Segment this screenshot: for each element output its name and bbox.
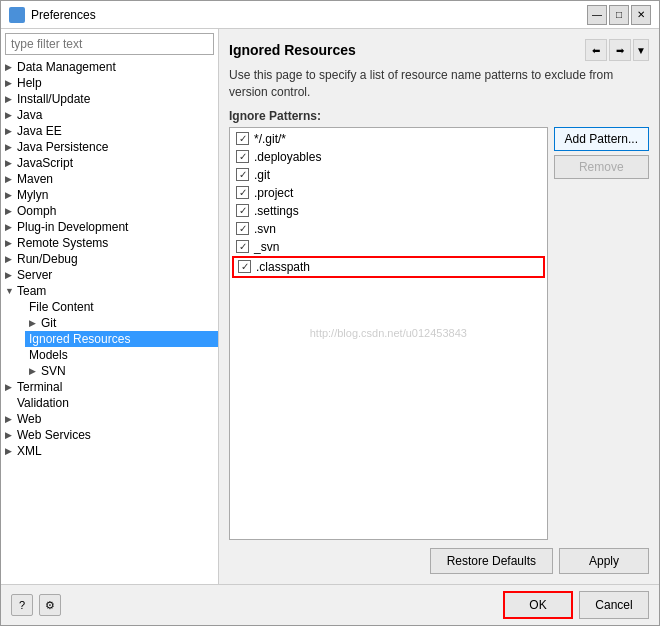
sidebar-item-label: Server [17,268,214,282]
sidebar-item-data-management[interactable]: ▶ Data Management [1,59,218,75]
sidebar-item-svn[interactable]: ▶ SVN [25,363,218,379]
pattern-checkbox[interactable] [236,186,249,199]
list-item[interactable]: .git [232,166,545,184]
pattern-checkbox[interactable] [236,132,249,145]
panel-description: Use this page to specify a list of resou… [229,67,649,101]
ok-button[interactable]: OK [503,591,573,619]
sidebar-item-label: Help [17,76,214,90]
footer-icons: ? ⚙ [11,594,61,616]
pattern-checkbox[interactable] [238,260,251,273]
sidebar-item-mylyn[interactable]: ▶ Mylyn [1,187,218,203]
close-button[interactable]: ✕ [631,5,651,25]
remove-button[interactable]: Remove [554,155,649,179]
ok-cancel-buttons: OK Cancel [503,591,649,619]
pattern-text: .svn [254,222,276,236]
expand-icon: ▶ [5,62,17,72]
add-pattern-button[interactable]: Add Pattern... [554,127,649,151]
sidebar-item-web[interactable]: ▶ Web [1,411,218,427]
title-bar: Preferences — □ ✕ [1,1,659,29]
nav-forward-button[interactable]: ➡ [609,39,631,61]
sidebar-item-file-content[interactable]: File Content [25,299,218,315]
sidebar-item-label: Maven [17,172,214,186]
sidebar-item-git[interactable]: ▶ Git [25,315,218,331]
nav-back-button[interactable]: ⬅ [585,39,607,61]
list-item[interactable]: _svn [232,238,545,256]
expand-icon: ▶ [5,382,17,392]
sidebar-item-plug-in-development[interactable]: ▶ Plug-in Development [1,219,218,235]
patterns-list[interactable]: */.git/*.deployables.git.project.setting… [229,127,548,540]
expand-icon: ▶ [5,126,17,136]
sidebar-item-run-debug[interactable]: ▶ Run/Debug [1,251,218,267]
sidebar-item-oomph[interactable]: ▶ Oomph [1,203,218,219]
expand-icon: ▶ [5,238,17,248]
pattern-text: _svn [254,240,279,254]
patterns-label: Ignore Patterns: [229,109,649,123]
sidebar-item-label: Java [17,108,214,122]
sidebar-item-remote-systems[interactable]: ▶ Remote Systems [1,235,218,251]
minimize-button[interactable]: — [587,5,607,25]
sidebar-item-java-persistence[interactable]: ▶ Java Persistence [1,139,218,155]
sidebar-item-javascript[interactable]: ▶ JavaScript [1,155,218,171]
expand-icon: ▶ [5,414,17,424]
expand-icon [5,398,17,408]
filter-input[interactable] [5,33,214,55]
sidebar-item-label: Ignored Resources [29,332,214,346]
sidebar-item-java-ee[interactable]: ▶ Java EE [1,123,218,139]
sidebar-item-label: Web [17,412,214,426]
pattern-checkbox[interactable] [236,240,249,253]
expand-icon: ▶ [5,190,17,200]
cancel-button[interactable]: Cancel [579,591,649,619]
sidebar-item-java[interactable]: ▶ Java [1,107,218,123]
pattern-text: */.git/* [254,132,286,146]
nav-dropdown-button[interactable]: ▼ [633,39,649,61]
sidebar-item-team[interactable]: ▼ Team [1,283,218,299]
sidebar-item-label: Java Persistence [17,140,214,154]
sidebar-item-terminal[interactable]: ▶ Terminal [1,379,218,395]
apply-button[interactable]: Apply [559,548,649,574]
content-area: ▶ Data Management ▶ Help ▶ Install/Updat… [1,29,659,584]
list-item[interactable]: .classpath [232,256,545,278]
pattern-text: .deployables [254,150,321,164]
sidebar-item-label: Validation [17,396,214,410]
expand-icon: ▶ [5,78,17,88]
expand-icon: ▶ [29,366,41,376]
expand-icon: ▶ [5,110,17,120]
sidebar-item-label: Team [17,284,214,298]
expand-icon: ▶ [5,142,17,152]
main-panel: Ignored Resources ⬅ ➡ ▼ Use this page to… [219,29,659,584]
sidebar-item-help[interactable]: ▶ Help [1,75,218,91]
sidebar-item-maven[interactable]: ▶ Maven [1,171,218,187]
pattern-checkbox[interactable] [236,168,249,181]
maximize-button[interactable]: □ [609,5,629,25]
restore-defaults-button[interactable]: Restore Defaults [430,548,553,574]
sidebar-item-ignored-resources[interactable]: Ignored Resources [25,331,218,347]
sidebar-item-web-services[interactable]: ▶ Web Services [1,427,218,443]
sidebar-item-label: Models [29,348,214,362]
list-item[interactable]: .svn [232,220,545,238]
pattern-text: .git [254,168,270,182]
pattern-checkbox[interactable] [236,204,249,217]
sidebar-item-label: JavaScript [17,156,214,170]
list-item[interactable]: .deployables [232,148,545,166]
sidebar-item-install-update[interactable]: ▶ Install/Update [1,91,218,107]
window-controls: — □ ✕ [587,5,651,25]
panel-header: Ignored Resources ⬅ ➡ ▼ [229,39,649,61]
patterns-buttons: Add Pattern... Remove [554,127,649,540]
list-item[interactable]: .project [232,184,545,202]
list-item[interactable]: .settings [232,202,545,220]
pattern-checkbox[interactable] [236,150,249,163]
expand-icon: ▶ [5,174,17,184]
sidebar-item-models[interactable]: Models [25,347,218,363]
sidebar-item-xml[interactable]: ▶ XML [1,443,218,459]
settings-button[interactable]: ⚙ [39,594,61,616]
sidebar-item-validation[interactable]: Validation [1,395,218,411]
pattern-text: .project [254,186,293,200]
nav-icons: ⬅ ➡ ▼ [585,39,649,61]
sidebar-item-server[interactable]: ▶ Server [1,267,218,283]
pattern-checkbox[interactable] [236,222,249,235]
patterns-area: */.git/*.deployables.git.project.setting… [229,127,649,540]
sidebar-item-label: File Content [29,300,214,314]
list-item[interactable]: */.git/* [232,130,545,148]
help-button[interactable]: ? [11,594,33,616]
sidebar-item-label: Data Management [17,60,214,74]
